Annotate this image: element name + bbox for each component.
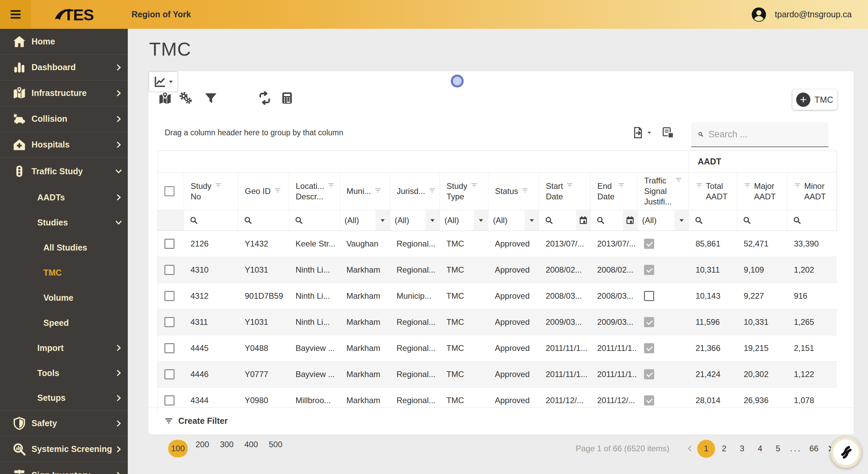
column-header-start-date[interactable]: Start Date	[539, 173, 590, 210]
row-checkbox[interactable]	[164, 317, 175, 327]
dropdown-button[interactable]	[525, 210, 539, 231]
column-header-total-aadt[interactable]: Total AADT	[689, 173, 737, 210]
sidebar-item-safety[interactable]: Safety	[0, 411, 128, 436]
select-all-checkbox[interactable]	[164, 186, 175, 196]
column-header-minor-aadt[interactable]: Minor AADT	[787, 173, 837, 210]
filter-municipality[interactable]: (All)	[340, 210, 390, 231]
grid-search-box[interactable]	[691, 122, 828, 147]
filter-minor-aadt[interactable]	[787, 210, 837, 231]
sidebar-item-speed[interactable]: Speed	[0, 310, 128, 335]
dropdown-button[interactable]	[425, 210, 440, 231]
filter-end-date[interactable]	[590, 210, 637, 231]
column-header-status[interactable]: Status	[488, 173, 539, 210]
sidebar-item-tools[interactable]: Tools	[0, 360, 128, 386]
calculator-button[interactable]	[280, 91, 294, 105]
header-filter-icon[interactable]	[794, 183, 801, 188]
page-number-66[interactable]: 66	[805, 440, 823, 458]
header-filter-icon[interactable]	[566, 183, 573, 188]
sidebar-item-dashboard[interactable]: Dashboard	[0, 55, 128, 80]
sidebar-item-traffic-study[interactable]: Traffic Study	[0, 158, 128, 185]
page-size-100[interactable]: 100	[166, 440, 190, 457]
floating-action-button[interactable]	[830, 437, 862, 468]
sidebar-item-infrastructure[interactable]: Infrastructure	[0, 80, 128, 106]
sidebar-item-hospitals[interactable]: Hospitals	[0, 132, 128, 158]
header-filter-icon[interactable]	[215, 183, 222, 188]
filter-traffic-signal[interactable]: (All)	[637, 210, 689, 231]
filter-location[interactable]	[289, 210, 340, 231]
sidebar-item-studies[interactable]: Studies	[0, 210, 128, 235]
column-header-traffic-signal[interactable]: Traffic Signal Justifi...	[637, 173, 689, 210]
row-checkbox[interactable]	[164, 343, 175, 353]
column-header-major-aadt[interactable]: Major AADT	[737, 173, 787, 210]
sidebar-item-systemic-screening[interactable]: Systemic Screening	[0, 436, 128, 462]
page-number-4[interactable]: 4	[751, 440, 769, 458]
select-all-header[interactable]	[158, 173, 184, 210]
chart-dropdown-button[interactable]	[148, 71, 178, 92]
add-tmc-button[interactable]: + TMC	[792, 90, 837, 110]
dropdown-button[interactable]	[376, 210, 390, 231]
filter-study-no[interactable]	[184, 210, 238, 231]
refresh-swap-button[interactable]	[258, 91, 272, 105]
page-size-400[interactable]: 400	[239, 440, 263, 457]
column-header-study-type[interactable]: Study Type	[440, 173, 488, 210]
sidebar-item-volume[interactable]: Volume	[0, 285, 128, 310]
header-filter-icon[interactable]	[522, 188, 528, 193]
filter-geo-id[interactable]	[238, 210, 289, 231]
page-number-1[interactable]: 1	[697, 440, 715, 458]
sidebar-item-import[interactable]: Import	[0, 335, 128, 360]
hamburger-menu-button[interactable]	[0, 0, 31, 29]
header-filter-icon[interactable]	[471, 183, 478, 188]
create-filter-button[interactable]: Create Filter	[148, 407, 854, 434]
header-filter-icon[interactable]	[274, 188, 281, 193]
date-picker-button[interactable]	[576, 210, 590, 231]
prev-page-button[interactable]	[682, 445, 697, 452]
column-header-location[interactable]: Locati... Descr...	[289, 173, 340, 210]
search-input[interactable]	[708, 129, 828, 140]
row-checkbox[interactable]	[164, 369, 175, 379]
user-email[interactable]: tpardo@tnsgroup.ca	[775, 9, 852, 19]
page-number-2[interactable]: 2	[715, 440, 733, 458]
column-header-geo-id[interactable]: Geo ID	[238, 173, 289, 210]
header-filter-icon[interactable]	[675, 177, 682, 183]
filter-button[interactable]	[204, 92, 218, 106]
settings-gears-button[interactable]	[178, 91, 193, 105]
header-filter-icon[interactable]	[375, 188, 381, 193]
column-header-municipality[interactable]: Muni...	[340, 173, 390, 210]
page-size-300[interactable]: 300	[215, 440, 239, 457]
dropdown-button[interactable]	[474, 210, 488, 231]
row-checkbox[interactable]	[164, 291, 175, 301]
map-view-button[interactable]	[158, 92, 172, 106]
row-checkbox[interactable]	[164, 265, 175, 275]
column-header-end-date[interactable]: End Date	[590, 173, 637, 210]
filter-study-type[interactable]: (All)	[440, 210, 488, 231]
header-filter-icon[interactable]	[744, 183, 751, 188]
row-checkbox[interactable]	[164, 395, 175, 406]
filter-status[interactable]: (All)	[488, 210, 539, 231]
filter-jurisdiction[interactable]: (All)	[390, 210, 440, 231]
row-checkbox[interactable]	[164, 239, 175, 249]
dropdown-button[interactable]	[674, 210, 689, 231]
filter-total-aadt[interactable]	[689, 210, 737, 231]
page-number-3[interactable]: 3	[733, 440, 751, 458]
header-filter-icon[interactable]	[696, 183, 703, 188]
sidebar-item-tmc[interactable]: TMC	[0, 260, 128, 285]
date-picker-button[interactable]	[623, 210, 637, 231]
sidebar-item-home[interactable]: Home	[0, 29, 128, 55]
header-filter-icon[interactable]	[328, 183, 335, 188]
sidebar-item-aadts[interactable]: AADTs	[0, 185, 128, 210]
sidebar-item-all-studies[interactable]: All Studies	[0, 235, 128, 260]
filter-start-date[interactable]	[539, 210, 590, 231]
page-size-200[interactable]: 200	[190, 440, 215, 457]
sidebar-item-setups[interactable]: Setups	[0, 386, 128, 411]
page-size-500[interactable]: 500	[263, 440, 288, 457]
sidebar-item-collision[interactable]: Collision	[0, 106, 128, 132]
user-avatar-icon[interactable]	[751, 7, 767, 22]
filter-major-aadt[interactable]	[737, 210, 787, 231]
column-header-study-no[interactable]: Study No	[184, 173, 238, 210]
column-header-jurisdiction[interactable]: Jurisd...	[390, 173, 440, 210]
export-caret-icon[interactable]	[647, 131, 651, 135]
header-filter-icon[interactable]	[429, 188, 436, 193]
header-filter-icon[interactable]	[618, 183, 625, 188]
export-icon[interactable]	[631, 126, 644, 139]
sidebar-item-sign-inventory[interactable]: Sign Inventory	[0, 462, 128, 474]
